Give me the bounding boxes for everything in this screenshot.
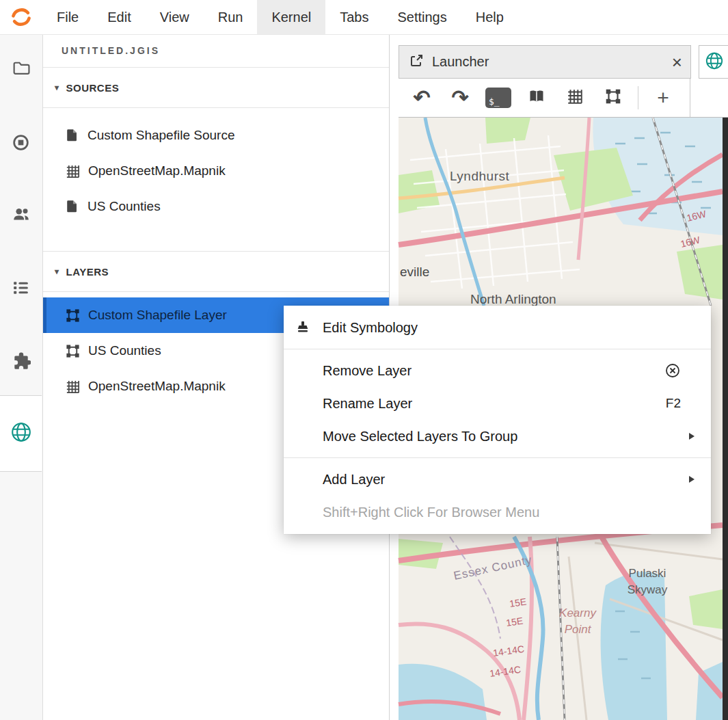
redo-button[interactable]: ↷ — [441, 79, 479, 117]
context-menu-item-label: Remove Layer — [323, 363, 412, 379]
jupytergis-app: File Edit View Run Kernel Tabs Settings … — [0, 0, 728, 720]
map-toolbar: ↶ ↷ $_ — [399, 79, 728, 118]
menu-help[interactable]: Help — [461, 0, 518, 34]
identify-button[interactable] — [517, 79, 556, 117]
menu-kernel[interactable]: Kernel — [257, 0, 325, 34]
tab-jgis-document[interactable] — [699, 45, 728, 79]
sources-section-label: SOURCES — [66, 82, 120, 94]
map-label-lyndhurst: Lyndhurst — [450, 169, 509, 183]
context-menu-item-rename-layer[interactable]: Rename Layer F2 — [284, 387, 711, 420]
context-menu-item-remove-layer[interactable]: Remove Layer — [284, 354, 711, 387]
context-menu-divider — [284, 349, 711, 349]
submenu-arrow-icon — [689, 433, 695, 440]
map-edge-strip — [723, 118, 728, 720]
globe-icon — [10, 421, 32, 446]
source-item-label: Custom Shapefile Source — [87, 128, 234, 143]
menu-tabs[interactable]: Tabs — [325, 0, 383, 34]
sidebar-tab-jupytergis[interactable] — [0, 395, 42, 472]
context-menu-item-browser-menu-hint: Shift+Right Click For Browser Menu — [284, 496, 711, 529]
jupyter-logo-icon — [0, 0, 42, 34]
layer-item-label: OpenStreetMap.Mapnik — [88, 379, 226, 394]
stop-circle-icon — [12, 133, 30, 155]
menu-run[interactable]: Run — [204, 0, 258, 34]
map-label-kearny: Kearny — [559, 606, 597, 619]
redo-icon: ↷ — [451, 88, 468, 108]
undo-icon: ↶ — [413, 88, 430, 108]
toolbar-divider — [638, 86, 638, 109]
grid-icon — [65, 379, 81, 395]
shortcut-label: F2 — [666, 396, 681, 411]
caret-down-icon: ▾ — [55, 83, 59, 92]
source-item-custom-shapefile[interactable]: Custom Shapefile Source — [42, 118, 389, 153]
source-item-openstreetmap[interactable]: OpenStreetMap.Mapnik — [42, 153, 389, 189]
source-item-label: OpenStreetMap.Mapnik — [88, 163, 226, 178]
list-icon — [12, 278, 30, 299]
launcher-icon — [409, 53, 424, 71]
vector-square-icon — [604, 88, 622, 108]
grid-icon — [566, 88, 584, 108]
remove-circle-x-icon — [664, 362, 681, 379]
sidebar-tab-running[interactable] — [0, 126, 42, 161]
globe-icon — [705, 51, 724, 73]
undo-button[interactable]: ↶ — [403, 79, 441, 117]
context-menu-item-label: Rename Layer — [323, 396, 412, 412]
console-button[interactable]: $_ — [479, 79, 517, 117]
caret-down-icon: ▾ — [55, 267, 59, 276]
puzzle-icon — [12, 351, 31, 373]
sidebar-tab-extensions[interactable] — [0, 345, 42, 380]
plus-icon: + — [657, 88, 669, 108]
add-button[interactable]: + — [644, 79, 682, 117]
open-book-icon — [527, 88, 546, 108]
folder-icon — [12, 58, 30, 79]
tab-launcher[interactable]: Launcher × — [399, 45, 691, 79]
map-label-point: Point — [565, 623, 592, 636]
tab-launcher-label: Launcher — [432, 54, 489, 70]
map-label-pulaski: Pulaski — [629, 567, 666, 580]
symbology-stamp-icon — [295, 319, 311, 336]
menu-edit[interactable]: Edit — [93, 0, 145, 34]
vector-square-icon — [65, 343, 81, 359]
grid-icon — [65, 163, 81, 179]
vector-square-icon — [65, 308, 81, 323]
panel-title: UNTITLED.JGIS — [42, 34, 389, 68]
menu-file[interactable]: File — [42, 0, 93, 34]
layers-section-label: LAYERS — [66, 266, 109, 278]
sources-list: Custom Shapefile Source OpenStreetMap.Ma… — [42, 108, 389, 224]
source-item-us-counties[interactable]: US Counties — [42, 189, 389, 224]
console-icon: $_ — [485, 88, 511, 108]
source-item-label: US Counties — [87, 199, 161, 214]
layer-item-label: US Counties — [88, 343, 161, 358]
close-icon[interactable]: × — [672, 53, 682, 71]
users-icon — [12, 204, 31, 226]
menu-settings[interactable]: Settings — [383, 0, 461, 34]
file-icon — [65, 198, 80, 215]
left-activity-bar — [0, 34, 43, 720]
sidebar-tab-collaboration[interactable] — [0, 198, 42, 233]
sidebar-tab-table-of-contents[interactable] — [0, 271, 42, 306]
submenu-arrow-icon — [689, 476, 695, 483]
context-menu-item-edit-symbology[interactable]: Edit Symbology — [284, 311, 711, 344]
new-raster-layer-button[interactable] — [556, 79, 594, 117]
sidebar-tab-file-browser[interactable] — [0, 51, 42, 86]
context-menu-item-move-layers-to-group[interactable]: Move Selected Layers To Group — [284, 420, 711, 453]
layers-section-header[interactable]: ▾ LAYERS — [42, 251, 389, 292]
layer-item-label: Custom Shapefile Layer — [88, 308, 227, 323]
file-icon — [65, 127, 80, 144]
context-menu-item-label: Add Layer — [323, 472, 385, 488]
map-toolbar-buttons: ↶ ↷ $_ — [399, 79, 690, 117]
menubar: File Edit View Run Kernel Tabs Settings … — [0, 0, 728, 35]
menu-view[interactable]: View — [146, 0, 204, 34]
map-label-skyway: Skyway — [628, 583, 668, 596]
map-label-eville: eville — [400, 265, 429, 279]
context-menu-item-label: Shift+Right Click For Browser Menu — [323, 505, 539, 520]
context-menu-divider — [284, 457, 711, 458]
map-label-north-arlington: North Arlington — [470, 292, 556, 306]
layer-context-menu: Edit Symbology Remove Layer Rename Layer… — [284, 306, 711, 534]
new-vector-layer-button[interactable] — [594, 79, 632, 117]
context-menu-item-add-layer[interactable]: Add Layer — [284, 463, 711, 496]
context-menu-item-label: Edit Symbology — [323, 320, 418, 336]
sources-section-header[interactable]: ▾ SOURCES — [42, 68, 389, 108]
context-menu-item-label: Move Selected Layers To Group — [323, 429, 517, 444]
